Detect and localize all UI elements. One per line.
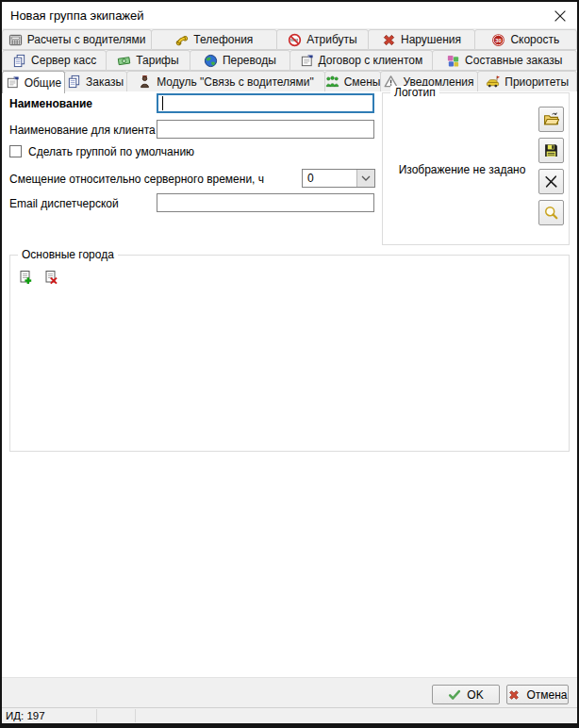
phone-icon <box>174 33 189 47</box>
tab-label: Переводы <box>223 54 276 67</box>
banknote-icon <box>117 54 131 68</box>
tab-row-3: Общие Заказы Модуль "Связь с водителями"… <box>2 71 577 92</box>
remove-city-button[interactable] <box>42 270 59 287</box>
check-icon <box>448 688 461 702</box>
logo-open-button[interactable] <box>538 107 564 132</box>
default-group-checkbox[interactable] <box>9 145 22 157</box>
name-input[interactable] <box>157 93 374 113</box>
blocks-icon <box>446 54 460 68</box>
tab-strip: Расчеты с водителями Телефония Атрибуты … <box>2 28 577 91</box>
tab-obshchie[interactable]: Общие <box>2 71 65 93</box>
combo-arrow-button[interactable] <box>356 170 374 187</box>
tab-label: Модуль "Связь с водителями" <box>157 75 314 89</box>
tab-prioritety[interactable]: Приоритеты <box>477 71 577 92</box>
globe-icon <box>204 54 218 68</box>
dialog-new-crew-group: Новая группа экипажей Расчеты с водителя… <box>0 0 579 728</box>
no-smoking-icon <box>288 33 302 47</box>
tab-label: Составные заказы <box>465 54 562 67</box>
tab-row-2: Сервер касс Тарифы Переводы Договор с кл… <box>2 50 577 71</box>
window-title: Новая группа экипажей <box>10 8 144 23</box>
ok-button-label: OK <box>467 688 483 702</box>
form-icon <box>6 75 20 90</box>
tab-label: Скорость <box>510 33 559 46</box>
time-offset-value: 0 <box>303 170 356 187</box>
title-bar: Новая группа экипажей <box>2 2 577 28</box>
tab-tarify[interactable]: Тарифы <box>106 50 190 71</box>
tab-sostavnye-zakazy[interactable]: Составные заказы <box>432 50 577 71</box>
cancel-button[interactable]: Отмена <box>506 685 569 704</box>
logo-groupbox: Логотип Изображение не задано <box>382 92 570 245</box>
tab-zakazy[interactable]: Заказы <box>64 71 127 92</box>
svg-text:30: 30 <box>496 37 502 42</box>
speed-limit-icon: 30 <box>491 33 505 47</box>
tab-label: Нарушения <box>401 33 461 46</box>
add-doc-icon <box>18 270 33 285</box>
logo-placeholder-text: Изображение не задано <box>390 163 534 176</box>
documents-icon <box>12 54 26 68</box>
tab-raschety-s-voditelyami[interactable]: Расчеты с водителями <box>2 29 152 50</box>
save-icon <box>543 142 559 158</box>
tab-row-1: Расчеты с водителями Телефония Атрибуты … <box>2 29 577 50</box>
tab-label: Договор с клиентом <box>319 54 423 67</box>
tab-label: Общие <box>25 76 61 90</box>
tab-telefoniya[interactable]: Телефония <box>151 29 276 50</box>
tab-label: Тарифы <box>136 54 178 67</box>
documents-icon <box>67 74 81 89</box>
default-group-label: Сделать группой по умолчанию <box>28 145 194 158</box>
status-bar: ИД: 197 <box>2 707 577 723</box>
tab-label: Сервер касс <box>31 54 96 67</box>
remove-doc-icon <box>43 270 58 285</box>
close-icon[interactable] <box>554 9 567 23</box>
red-cross-icon <box>382 33 396 47</box>
cancel-button-label: Отмена <box>526 688 567 702</box>
cities-group-title: Основные города <box>18 248 118 261</box>
tab-label: Приоритеты <box>505 75 569 89</box>
ok-button[interactable]: OK <box>432 685 500 704</box>
tab-narusheniya[interactable]: Нарушения <box>368 29 474 50</box>
tab-perevody[interactable]: Переводы <box>190 50 290 71</box>
calculator-icon <box>8 33 23 47</box>
tab-label: Телефония <box>193 33 253 46</box>
add-city-button[interactable] <box>17 270 34 287</box>
open-folder-icon <box>543 111 559 127</box>
time-offset-select[interactable]: 0 <box>302 169 375 188</box>
tab-modul-svyaz-s-voditelyami[interactable]: Модуль "Связь с водителями" <box>126 71 326 92</box>
magnifier-icon <box>543 205 559 221</box>
chevron-down-icon <box>361 175 371 181</box>
tab-skorost[interactable]: 30 Скорость <box>474 29 577 50</box>
cities-groupbox: Основные города <box>9 255 570 452</box>
text-caret <box>162 96 163 110</box>
logo-save-button[interactable] <box>538 138 564 163</box>
email-label: Email диспетчерской <box>9 197 119 210</box>
logo-clear-button[interactable] <box>538 169 564 194</box>
tab-atributy[interactable]: Атрибуты <box>276 29 370 50</box>
status-separator <box>96 709 97 722</box>
tab-label: Смены <box>344 75 381 89</box>
logo-preview-button[interactable] <box>538 200 564 225</box>
status-separator <box>135 709 136 722</box>
tab-label: Атрибуты <box>306 33 356 46</box>
delete-cross-icon <box>543 174 559 190</box>
client-name-input[interactable] <box>157 120 374 139</box>
tab-label: Расчеты с водителями <box>27 33 146 46</box>
client-name-label: Наименование для клиента <box>9 124 156 137</box>
name-label: Наименование <box>9 97 92 110</box>
tab-server-kass[interactable]: Сервер касс <box>2 50 107 71</box>
cancel-cross-icon <box>507 688 521 702</box>
time-offset-label: Смещение относительно серверного времени… <box>9 173 264 186</box>
taxi-icon <box>486 74 500 89</box>
driver-icon <box>138 74 152 89</box>
email-input[interactable] <box>157 193 374 212</box>
contract-icon <box>300 54 314 68</box>
logo-group-title: Логотип <box>390 86 439 99</box>
people-icon <box>325 74 339 89</box>
tab-label: Заказы <box>86 75 124 89</box>
record-id-text: ИД: 197 <box>6 710 45 721</box>
tab-smeny[interactable]: Смены <box>324 71 380 92</box>
tab-dogovor-s-klientom[interactable]: Договор с клиентом <box>290 50 433 71</box>
